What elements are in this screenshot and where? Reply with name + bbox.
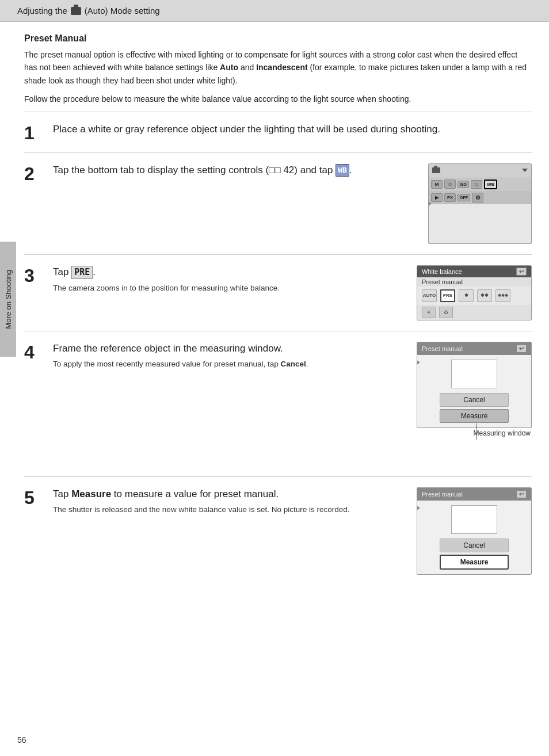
cam-arrow-down	[522, 169, 528, 172]
step-4-pm-back: ↩	[516, 345, 527, 353]
cam-btn-wb: WB	[484, 180, 497, 189]
body-text-2: and	[238, 63, 256, 72]
step-3-wb-screen: White balance ↩ Preset manual AUTO PRE ❅…	[417, 265, 532, 320]
page-number: 56	[17, 735, 26, 744]
step-4-pm-white-box	[451, 360, 497, 388]
wb-title: White balance	[422, 268, 462, 275]
step-4-pm-title: Preset manual	[422, 345, 463, 352]
cam-toolbar-row1: M ☺ ISO □ WB	[429, 178, 531, 191]
section-body-2: Follow the procedure below to measure th…	[24, 93, 532, 105]
wb-icon-snow1: ❅	[459, 289, 474, 302]
measuring-line	[476, 423, 476, 440]
cam-btn-fx: FX	[444, 193, 456, 202]
cam-btn-face: ☺	[444, 180, 456, 189]
cam-small-icon	[432, 167, 440, 173]
step-4-row: 4 Frame the reference object in the meas…	[24, 331, 532, 476]
header-suffix: (Auto) Mode setting	[85, 6, 160, 16]
step-4-pm-screen: Preset manual ↩ Cancel Measure	[417, 342, 532, 428]
step-5-title: Tap Measure to measure a value for prese…	[53, 487, 406, 501]
step-4-pm-header: Preset manual ↩	[417, 342, 531, 355]
step-3-desc: The camera zooms in to the position for …	[53, 282, 406, 294]
bold-auto: Auto	[220, 63, 238, 72]
wb-icons-row: AUTO PRE ❅ ❅❅ ❅❅❅	[417, 287, 531, 305]
cam-btn-menu: ⚙	[472, 193, 483, 203]
wb-back-btn: ↩	[516, 268, 527, 276]
step-5-row: 5 Tap Measure to measure a value for pre…	[24, 476, 532, 592]
bold-incandescent: Incandescent	[256, 63, 307, 72]
pre-icon: PRE	[71, 266, 93, 279]
sidebar-text: More on Shooting	[4, 270, 13, 329]
step-2-number: 2	[24, 163, 43, 183]
step-4-image: Preset manual ↩ Cancel Measure Measuring…	[417, 342, 532, 449]
step-4-cancel-btn[interactable]: Cancel	[440, 393, 509, 407]
step-3-row: 3 Tap PRE. The camera zooms in to the po…	[24, 254, 532, 331]
section-title: Preset Manual	[24, 33, 532, 44]
main-content: Preset Manual The preset manual option i…	[0, 22, 549, 604]
measuring-window-note-container: Measuring window	[417, 428, 532, 449]
wb-recycle-icon: ♻	[439, 307, 453, 318]
step-1-title: Place a white or gray reference object u…	[53, 123, 532, 136]
section-body: The preset manual option is effective wi…	[24, 48, 532, 87]
step-3-title: Tap PRE.	[53, 265, 406, 279]
step-3-number: 3	[24, 265, 43, 285]
cam-btn-m: M	[431, 180, 443, 189]
wb-icon-pre: PRE	[440, 289, 455, 302]
header-bar: Adjusting the (Auto) Mode setting	[0, 0, 549, 22]
wb-cloud-icon: ☀	[422, 307, 436, 318]
step-4-pm-arrow	[417, 360, 420, 365]
step-2-camera-screen: M ☺ ISO □ WB ▶ FX OFF ⚙	[428, 163, 532, 244]
wb-icon-snow2: ❅❅	[477, 289, 492, 302]
step-3-image: White balance ↩ Preset manual AUTO PRE ❅…	[417, 265, 532, 320]
step-5-arrow	[417, 505, 420, 511]
cam-btn-grid: □	[471, 180, 482, 189]
step-5-content: Tap Measure to measure a value for prese…	[53, 487, 406, 516]
wb-screen-header: White balance ↩	[417, 266, 531, 277]
step-4-number: 4	[24, 342, 43, 361]
cam-arrow-right	[428, 201, 432, 207]
step-5-cancel-btn[interactable]: Cancel	[440, 539, 509, 552]
step-1-number: 1	[24, 123, 43, 142]
camera-icon	[71, 7, 81, 15]
measuring-note: Measuring window	[474, 429, 531, 437]
step-5-measure-btn[interactable]: Measure	[440, 555, 509, 570]
step-5-pm-white-box	[451, 505, 497, 534]
step-5-number: 5	[24, 487, 43, 507]
cam-btn-iso: ISO	[458, 181, 469, 188]
step-5-desc: The shutter is released and the new whit…	[53, 504, 406, 516]
step-5-pm-back: ↩	[516, 490, 527, 498]
wb-icon-snow3: ❅❅❅	[495, 289, 510, 302]
cancel-bold: Cancel	[280, 360, 306, 368]
cam-btn-vid: ▶	[431, 193, 443, 202]
step-4-content: Frame the reference object in the measur…	[53, 342, 406, 371]
cam-top-bar	[429, 164, 531, 177]
step-2-image: M ☺ ISO □ WB ▶ FX OFF ⚙	[428, 163, 532, 244]
step-5-pm-title: Preset manual	[422, 491, 463, 498]
step-4-title: Frame the reference object in the measur…	[53, 342, 406, 356]
sidebar-label: More on Shooting	[0, 242, 16, 357]
step-2-content: Tap the bottom tab to display the settin…	[53, 163, 418, 181]
step-4-desc: To apply the most recently measured valu…	[53, 358, 406, 370]
step-1-row: 1 Place a white or gray reference object…	[24, 112, 532, 152]
wb-sub-title: Preset manual	[417, 277, 531, 287]
step-4-image-container: Preset manual ↩ Cancel Measure Measuring…	[417, 342, 532, 449]
step-2-row: 2 Tap the bottom tab to display the sett…	[24, 152, 532, 254]
wb-icon-auto: AUTO	[422, 289, 437, 302]
cam-toolbar-row2: ▶ FX OFF ⚙	[429, 191, 531, 204]
wb-bottom-icons: ☀ ♻	[417, 305, 531, 320]
step-4-measure-btn[interactable]: Measure	[440, 409, 509, 423]
cam-btn-off: OFF	[458, 194, 470, 201]
step-5-pm-header: Preset manual ↩	[417, 488, 531, 501]
wb-inline-icon: WB	[336, 164, 349, 177]
step-5-pm-screen: Preset manual ↩ Cancel Measure	[417, 487, 532, 575]
step-1-content: Place a white or gray reference object u…	[53, 123, 532, 140]
measure-bold: Measure	[71, 488, 111, 499]
header-prefix: Adjusting the	[17, 6, 67, 16]
step-2-title: Tap the bottom tab to display the settin…	[53, 163, 418, 177]
step-5-image: Preset manual ↩ Cancel Measure	[417, 487, 532, 575]
step-3-content: Tap PRE. The camera zooms in to the posi…	[53, 265, 406, 294]
